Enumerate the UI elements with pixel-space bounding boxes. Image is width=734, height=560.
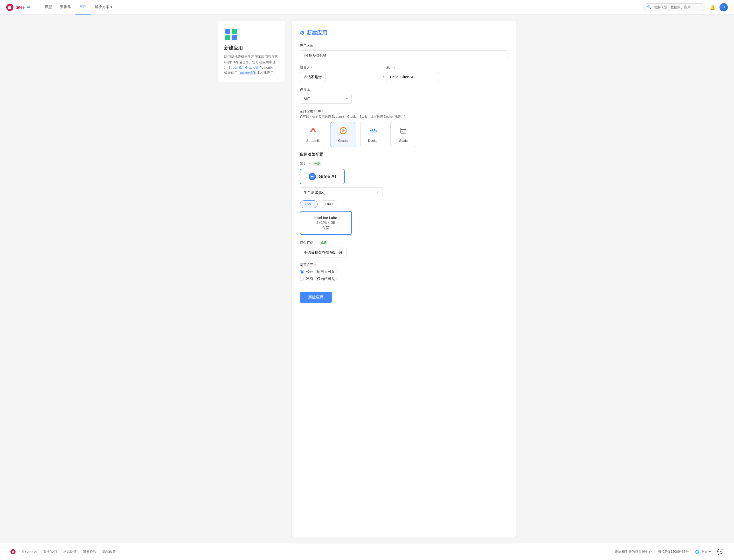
footer-link-feedback[interactable]: 意见反馈 <box>63 549 76 554</box>
license-group: 许可证 MIT <box>300 87 508 104</box>
footer-link-report[interactable]: 违法和不良信息举报中心 <box>615 549 652 554</box>
sdk-label-streamlit: Streamlit <box>306 139 319 143</box>
sdk-label: 选择应用 SDK * <box>300 109 508 114</box>
sdk-group: 选择应用 SDK * 你可以为你的应用选择 Streamlit、Gradio、S… <box>300 109 508 147</box>
engine-section-title: 应用引擎配置 <box>300 152 508 157</box>
app-name-label: 应用名称 * <box>300 44 508 48</box>
nav-item-apps[interactable]: 应用 <box>75 0 91 15</box>
sdk-label-gradio: Gradio <box>338 139 348 143</box>
header-right: 🔍 🔔 U <box>643 3 728 11</box>
page-content: 新建应用 应用是托管机器学习演示应用程序代码的Git存储仓库。您可在应用中使用 … <box>211 15 523 543</box>
compute-label: 算力 * 免费 <box>300 161 508 166</box>
gpu-tab[interactable]: GPU <box>320 200 338 208</box>
sdk-options: Streamlit Gradio <box>300 122 508 147</box>
svg-point-3 <box>342 130 344 131</box>
sidebar-link-docker[interactable]: Docker镜像 <box>239 71 256 75</box>
footer-language[interactable]: 🌐 中文 ▾ <box>695 549 711 554</box>
nav-item-datasets[interactable]: 数据集 <box>56 0 75 15</box>
address-input[interactable] <box>386 72 439 82</box>
nav-item-solutions[interactable]: 解决方案 ▾ <box>91 0 116 15</box>
search-input[interactable] <box>654 5 702 9</box>
svg-rect-8 <box>372 129 373 130</box>
hardware-price: 免费 <box>306 226 345 230</box>
gitee-logo-icon <box>6 4 13 11</box>
svg-rect-5 <box>370 130 372 131</box>
storage-label: 持久存储 * 免费 <box>300 240 508 245</box>
sdk-option-docker[interactable]: Docker <box>360 122 386 147</box>
app-name-input[interactable] <box>300 50 508 60</box>
globe-icon: 🌐 <box>695 550 699 554</box>
app-name-group: 应用名称 * <box>300 44 508 60</box>
gitee-ai-button[interactable]: Gitee AI <box>300 169 345 184</box>
chat-icon[interactable]: 💬 <box>717 549 724 555</box>
compute-free-badge: 免费 <box>312 161 322 166</box>
hardware-spec: 2 vCPU·4 GB <box>306 221 345 225</box>
address-label: 地址 * <box>386 65 508 70</box>
gitee-ai-btn-text: Gitee AI <box>318 174 336 179</box>
private-radio[interactable] <box>300 277 304 281</box>
public-radio-item[interactable]: 公开（所有人可见） <box>300 269 508 274</box>
cpu-tab[interactable]: CPU <box>300 200 318 208</box>
sdk-option-gradio[interactable]: Gradio <box>330 122 356 147</box>
hardware-name: Intel Ice Lake <box>306 216 345 220</box>
private-radio-item[interactable]: 私有（仅自己可见） <box>300 277 508 281</box>
docker-icon <box>369 127 378 137</box>
footer-copyright: © Gitee AI <box>22 550 37 554</box>
main-form: ⚙ 新建应用 应用名称 * 归属方 * 衣沽不足惜 / <box>291 21 516 537</box>
storage-group: 持久存储 * 免费 不选择持久存储·¥0/小时 <box>300 240 508 257</box>
logo-text: gitee <box>16 5 25 9</box>
sdk-label-docker: Docker <box>368 139 379 143</box>
svg-rect-10 <box>401 128 406 133</box>
sidebar-link-streamlit[interactable]: Streamlit、Gradio等 <box>228 66 258 69</box>
footer-link-privacy[interactable]: 隐私政策 <box>102 549 116 554</box>
private-radio-label: 私有（仅自己可见） <box>306 277 339 281</box>
visibility-group: 是否公开 * 公开（所有人可见） 私有（仅自己可见） <box>300 263 508 281</box>
engine-config-group: 应用引擎配置 算力 * 免费 Gitee AI 生产测试 [bd] <box>300 152 508 235</box>
owner-select[interactable]: 衣沽不足惜 <box>300 72 326 82</box>
gradio-icon <box>339 127 347 137</box>
license-select[interactable]: MIT <box>300 94 352 104</box>
avatar[interactable]: U <box>719 3 728 11</box>
visibility-label: 是否公开 * <box>300 263 508 267</box>
streamlit-icon <box>309 127 317 137</box>
search-box[interactable]: 🔍 <box>643 3 705 11</box>
svg-rect-9 <box>374 129 375 130</box>
chevron-down-icon-footer: ▾ <box>709 550 711 554</box>
owner-address-group: 归属方 * 衣沽不足惜 / 地址 * <box>300 65 508 82</box>
separator: / <box>383 74 384 79</box>
footer: © Gitee AI 关于我们 意见反馈 服务条款 隐私政策 违法和不良信息举报… <box>0 543 734 560</box>
hardware-card[interactable]: Intel Ice Lake 2 vCPU·4 GB 免费 <box>300 211 352 235</box>
static-icon <box>399 127 408 137</box>
public-radio-label: 公开（所有人可见） <box>306 269 339 274</box>
footer-link-icp[interactable]: 粤ICP备12009483号 <box>658 549 689 554</box>
sidebar-card: 新建应用 应用是托管机器学习演示应用程序代码的Git存储仓库。您可在应用中使用 … <box>218 21 285 82</box>
radio-group: 公开（所有人可见） 私有（仅自己可见） <box>300 269 508 281</box>
svg-rect-7 <box>374 130 375 131</box>
svg-rect-12 <box>402 131 403 132</box>
nav: 模型 数据集 应用 解决方案 ▾ <box>40 0 643 15</box>
footer-gitee-icon <box>10 549 16 554</box>
footer-left: © Gitee AI 关于我们 意见反馈 服务条款 隐私政策 <box>10 549 116 554</box>
svg-rect-6 <box>372 130 373 131</box>
footer-link-about[interactable]: 关于我们 <box>43 549 57 554</box>
sdk-desc: 你可以为你的应用选择 Streamlit、Gradio、Static，或者选择 … <box>300 115 508 119</box>
required-mark: * <box>314 44 316 48</box>
footer-right: 违法和不良信息举报中心 粤ICP备12009483号 🌐 中文 ▾ 💬 <box>615 549 724 555</box>
sidebar-app-icon <box>224 27 239 42</box>
search-icon: 🔍 <box>647 5 652 9</box>
submit-button[interactable]: 新建应用 <box>300 292 332 303</box>
cluster-select[interactable]: 生产测试 [bd] <box>300 187 383 197</box>
nav-item-models[interactable]: 模型 <box>40 0 56 15</box>
storage-select[interactable]: 不选择持久存储·¥0/小时 <box>300 248 346 257</box>
owner-label: 归属方 * <box>300 65 381 70</box>
footer-link-terms[interactable]: 服务条款 <box>83 549 96 554</box>
chevron-down-icon: ▾ <box>110 5 112 9</box>
license-label: 许可证 <box>300 87 508 92</box>
public-radio[interactable] <box>300 270 304 274</box>
sdk-option-static[interactable]: Static <box>390 122 416 147</box>
bell-icon[interactable]: 🔔 <box>710 4 715 10</box>
sdk-label-static: Static <box>399 139 408 143</box>
footer-logo <box>10 549 16 554</box>
sdk-option-streamlit[interactable]: Streamlit <box>300 122 326 147</box>
logo[interactable]: giteeAI <box>6 4 30 11</box>
